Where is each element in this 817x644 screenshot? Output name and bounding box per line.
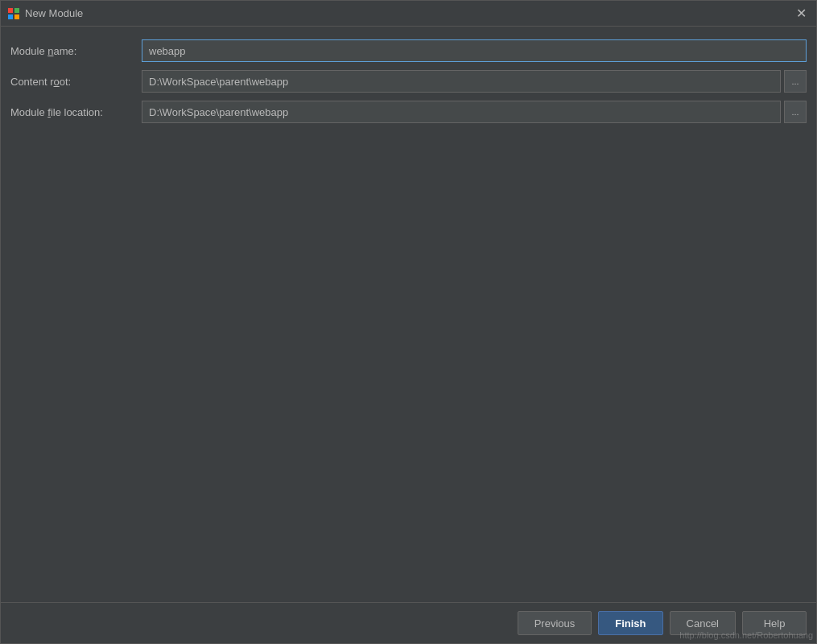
new-module-dialog: New Module ✕ Module name: Content root: … (0, 0, 817, 644)
close-button[interactable]: ✕ (792, 5, 810, 23)
content-root-label: Content root: (10, 76, 135, 88)
content-root-row: Content root: ... (10, 70, 807, 93)
module-name-input-container (142, 39, 807, 62)
help-button[interactable]: Help (742, 611, 807, 635)
content-root-browse-button[interactable]: ... (784, 70, 807, 93)
module-file-location-label: Module file location: (10, 106, 135, 118)
module-file-location-row: Module file location: ... (10, 101, 807, 123)
window-title: New Module (25, 7, 792, 19)
module-file-location-input[interactable] (142, 101, 781, 123)
window-icon (7, 7, 20, 20)
svg-rect-1 (14, 8, 19, 13)
previous-button[interactable]: Previous (518, 611, 592, 635)
svg-rect-2 (8, 14, 13, 19)
content-root-input[interactable] (142, 70, 781, 93)
svg-rect-3 (14, 14, 19, 19)
module-name-row: Module name: (10, 39, 807, 62)
svg-rect-0 (8, 8, 13, 13)
cancel-button[interactable]: Cancel (670, 611, 736, 635)
form-content: Module name: Content root: ... Module fi… (1, 27, 816, 602)
module-name-label: Module name: (10, 45, 135, 57)
finish-button[interactable]: Finish (598, 611, 662, 635)
footer: Previous Finish Cancel Help (1, 602, 816, 643)
module-name-input[interactable] (142, 39, 807, 62)
module-file-location-browse-button[interactable]: ... (784, 101, 807, 123)
content-root-input-container: ... (142, 70, 807, 93)
module-file-location-input-container: ... (142, 101, 807, 123)
title-bar: New Module ✕ (1, 1, 816, 27)
